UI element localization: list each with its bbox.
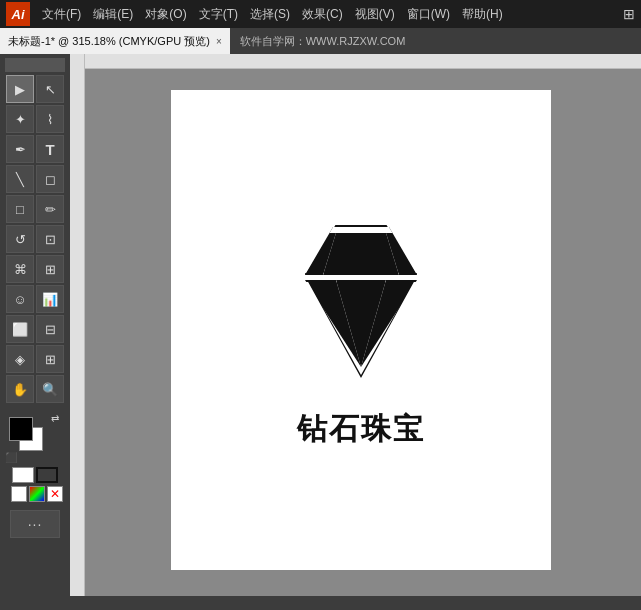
transform-icon: ⊡ xyxy=(45,232,56,247)
mesh-tool[interactable]: ⊞ xyxy=(36,345,64,373)
fill-stroke-area xyxy=(12,467,58,483)
tool-row-1: ▶ ↖ xyxy=(0,75,70,103)
hand-icon: ✋ xyxy=(12,382,28,397)
fill-swatch[interactable] xyxy=(12,467,34,483)
tab-bar: 未标题-1* @ 315.18% (CMYK/GPU 预览) × 软件自学网：W… xyxy=(0,28,641,54)
stroke-swatch[interactable] xyxy=(36,467,58,483)
line-tool[interactable]: ╲ xyxy=(6,165,34,193)
ruler-left xyxy=(70,54,85,596)
tool-row-5: □ ✏ xyxy=(0,195,70,223)
paintbrush-tool[interactable]: ✏ xyxy=(36,195,64,223)
menu-file[interactable]: 文件(F) xyxy=(36,6,87,23)
color-mode-icon[interactable] xyxy=(11,486,27,502)
menu-effect[interactable]: 效果(C) xyxy=(296,6,349,23)
tool-row-8: ☺ 📊 xyxy=(0,285,70,313)
artboard[interactable]: 钻石珠宝 xyxy=(171,90,551,570)
wand-icon: ✦ xyxy=(15,112,26,127)
diamond-svg xyxy=(261,205,461,405)
menu-edit[interactable]: 编辑(E) xyxy=(87,6,139,23)
tool-row-11: ✋ 🔍 xyxy=(0,375,70,403)
graph-tool[interactable]: 📊 xyxy=(36,285,64,313)
arrow-icon: ▶ xyxy=(15,82,25,97)
slice-tool[interactable]: ⊟ xyxy=(36,315,64,343)
more-tools-btn[interactable]: ··· xyxy=(10,510,60,538)
transform-tool[interactable]: ⊡ xyxy=(36,225,64,253)
menu-window[interactable]: 窗口(W) xyxy=(401,6,456,23)
free-transform-tool[interactable]: ⊞ xyxy=(36,255,64,283)
gradient-icon: ◈ xyxy=(15,352,25,367)
selection-tool[interactable]: ▶ xyxy=(6,75,34,103)
rect-icon: □ xyxy=(16,202,24,217)
canvas-area[interactable]: 钻石珠宝 xyxy=(70,54,641,596)
tool-row-9: ⬜ ⊟ xyxy=(0,315,70,343)
tab-close-button[interactable]: × xyxy=(216,36,222,47)
diamond-text-label: 钻石珠宝 xyxy=(297,409,425,450)
zoom-tool[interactable]: 🔍 xyxy=(36,375,64,403)
direct-arrow-icon: ↖ xyxy=(45,82,56,97)
swap-colors-icon[interactable]: ⇄ xyxy=(51,413,59,424)
menu-type[interactable]: 文字(T) xyxy=(193,6,244,23)
free-transform-icon: ⊞ xyxy=(45,262,56,277)
svg-rect-11 xyxy=(305,273,417,282)
menu-select[interactable]: 选择(S) xyxy=(244,6,296,23)
line-icon: ╲ xyxy=(16,172,24,187)
gradient-tool[interactable]: ◈ xyxy=(6,345,34,373)
zoom-icon: 🔍 xyxy=(42,382,58,397)
app-logo: Ai xyxy=(6,2,30,26)
slice-icon: ⊟ xyxy=(45,322,56,337)
left-toolbar: ▶ ↖ ✦ ⌇ ✒ T ╲ ◻ □ ✏ ↺ ⊡ ⌘ ⊞ xyxy=(0,54,70,596)
menu-bar[interactable]: 文件(F) 编辑(E) 对象(O) 文字(T) 选择(S) 效果(C) 视图(V… xyxy=(36,6,623,23)
foreground-color-swatch[interactable] xyxy=(9,417,33,441)
active-tab[interactable]: 未标题-1* @ 315.18% (CMYK/GPU 预览) × xyxy=(0,28,230,54)
type-icon: T xyxy=(45,141,54,158)
artboard-tool[interactable]: ⬜ xyxy=(6,315,34,343)
title-bar: Ai 文件(F) 编辑(E) 对象(O) 文字(T) 选择(S) 效果(C) 视… xyxy=(0,0,641,28)
pen-tool[interactable]: ✒ xyxy=(6,135,34,163)
ruler-indicator xyxy=(5,58,65,72)
watermark-text: 软件自学网：WWW.RJZXW.COM xyxy=(240,34,406,49)
main-area: ▶ ↖ ✦ ⌇ ✒ T ╲ ◻ □ ✏ ↺ ⊡ ⌘ ⊞ xyxy=(0,54,641,596)
ruler-top xyxy=(70,54,641,69)
color-picker-area: ⇄ ⬛ xyxy=(5,413,65,465)
tab-label: 未标题-1* @ 315.18% (CMYK/GPU 预览) xyxy=(8,34,210,49)
eraser-icon: ◻ xyxy=(45,172,56,187)
rotate-icon: ↺ xyxy=(15,232,26,247)
color-mode-area: ✕ xyxy=(11,486,63,502)
menu-view[interactable]: 视图(V) xyxy=(349,6,401,23)
extra-tools-button[interactable]: ··· xyxy=(10,510,60,538)
brush-icon: ✏ xyxy=(45,202,56,217)
gradient-mode-icon[interactable] xyxy=(29,486,45,502)
symbol-tool[interactable]: ☺ xyxy=(6,285,34,313)
bottom-status-bar xyxy=(0,596,641,610)
reset-colors-icon[interactable]: ⬛ xyxy=(5,452,17,463)
lasso-tool[interactable]: ⌇ xyxy=(36,105,64,133)
rectangle-tool[interactable]: □ xyxy=(6,195,34,223)
three-dots-icon: ··· xyxy=(28,516,43,532)
eraser-tool[interactable]: ◻ xyxy=(36,165,64,193)
lasso-icon: ⌇ xyxy=(47,112,53,127)
design-content: 钻石珠宝 xyxy=(261,211,461,450)
svg-marker-10 xyxy=(305,227,417,375)
type-tool[interactable]: T xyxy=(36,135,64,163)
workspace-switcher-icon[interactable]: ⊞ xyxy=(623,6,635,22)
tool-row-4: ╲ ◻ xyxy=(0,165,70,193)
symbol-icon: ☺ xyxy=(13,292,26,307)
tool-row-3: ✒ T xyxy=(0,135,70,163)
magic-wand-tool[interactable]: ✦ xyxy=(6,105,34,133)
tool-row-7: ⌘ ⊞ xyxy=(0,255,70,283)
warp-tool[interactable]: ⌘ xyxy=(6,255,34,283)
artboard-icon: ⬜ xyxy=(12,322,28,337)
menu-object[interactable]: 对象(O) xyxy=(139,6,192,23)
rotate-tool[interactable]: ↺ xyxy=(6,225,34,253)
warp-icon: ⌘ xyxy=(14,262,27,277)
tool-row-6: ↺ ⊡ xyxy=(0,225,70,253)
tool-row-2: ✦ ⌇ xyxy=(0,105,70,133)
direct-selection-tool[interactable]: ↖ xyxy=(36,75,64,103)
hand-tool[interactable]: ✋ xyxy=(6,375,34,403)
menu-help[interactable]: 帮助(H) xyxy=(456,6,509,23)
pen-icon: ✒ xyxy=(15,142,26,157)
graph-icon: 📊 xyxy=(42,292,58,307)
none-mode-icon[interactable]: ✕ xyxy=(47,486,63,502)
mesh-icon: ⊞ xyxy=(45,352,56,367)
tool-row-10: ◈ ⊞ xyxy=(0,345,70,373)
